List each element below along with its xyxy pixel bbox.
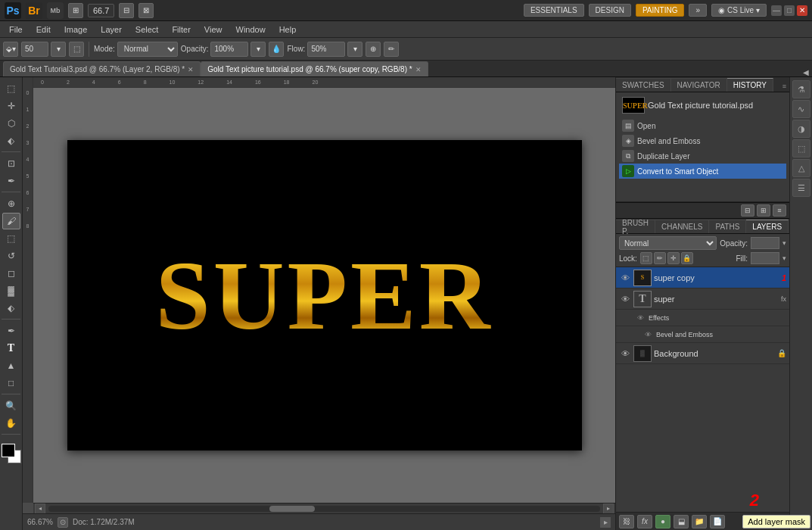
view-btn[interactable]: ⊟ xyxy=(119,3,134,18)
layer-super[interactable]: 👁 T super fx xyxy=(616,288,789,310)
menu-layer[interactable]: Layer xyxy=(95,23,128,36)
layer-super-vis[interactable]: 👁 xyxy=(619,293,631,305)
scroll-left-btn[interactable]: ◂ xyxy=(35,504,45,514)
foreground-color[interactable] xyxy=(2,444,15,457)
menu-image[interactable]: Image xyxy=(58,23,94,36)
maximize-btn[interactable]: □ xyxy=(784,5,795,16)
opacity-chevron[interactable]: ▾ xyxy=(250,42,266,57)
gradient-tool[interactable]: ▓ xyxy=(2,282,20,299)
link-layers-btn[interactable]: ⛓ xyxy=(619,515,634,528)
spot-heal-tool[interactable]: ⊕ xyxy=(2,195,20,212)
history-item-smart[interactable]: ▷ Convert to Smart Object xyxy=(619,164,786,179)
tab1-close[interactable]: ✕ xyxy=(188,66,194,73)
airbrush-btn[interactable]: 💧 xyxy=(269,42,284,57)
bevel-eye[interactable]: 👁 xyxy=(642,329,654,341)
panel-toggle-btn[interactable]: ◀ xyxy=(803,68,809,76)
fill-value-input[interactable]: 100% xyxy=(751,252,779,264)
magic-wand-tool[interactable]: ⬖ xyxy=(2,132,20,149)
opacity-value-input[interactable]: 100% xyxy=(751,237,779,249)
fill-chevron[interactable]: ▾ xyxy=(782,254,786,262)
layer-super-copy[interactable]: 👁 S super copy 1 xyxy=(616,267,789,288)
brush-size-input[interactable] xyxy=(21,42,48,57)
history-brush-tool[interactable]: ↺ xyxy=(2,248,20,264)
menu-window[interactable]: Window xyxy=(230,23,272,36)
menu-filter[interactable]: Filter xyxy=(166,23,196,36)
layer-super-fx[interactable]: fx xyxy=(781,295,786,303)
brush-tool[interactable]: 🖌 xyxy=(2,213,20,229)
color-mixer-btn[interactable]: ⚗ xyxy=(792,80,810,98)
tab-swatches[interactable]: SWATCHES xyxy=(616,78,671,92)
h-scroll-track[interactable] xyxy=(48,506,600,512)
design-btn[interactable]: DESIGN xyxy=(589,4,631,17)
add-mask-btn[interactable]: ● xyxy=(655,515,670,528)
effects-eye[interactable]: 👁 xyxy=(634,312,646,324)
move-tool[interactable]: ✛ xyxy=(2,98,20,114)
scroll-right-btn[interactable]: ▸ xyxy=(603,504,614,514)
flow-pressure-btn[interactable]: ⊕ xyxy=(366,42,381,57)
pen-tool[interactable]: ✒ xyxy=(2,323,20,339)
mb-icon[interactable]: Mb xyxy=(47,2,64,19)
panel-icon-btn3[interactable]: ≡ xyxy=(773,204,786,217)
curves-btn[interactable]: ∿ xyxy=(792,100,810,118)
transform-btn[interactable]: ⬚ xyxy=(792,139,810,157)
more-workspaces-btn[interactable]: » xyxy=(689,4,707,17)
flow-input[interactable] xyxy=(307,42,345,57)
brush-size-chevron[interactable]: ▾ xyxy=(51,42,66,57)
layer-effects[interactable]: 👁 Effects xyxy=(616,310,789,326)
blend-mode-select[interactable]: Normal Multiply Screen xyxy=(619,236,717,250)
lock-position-btn[interactable]: ✛ xyxy=(667,252,680,264)
layout-btn[interactable]: ⊞ xyxy=(68,3,83,18)
document-canvas[interactable]: SUPER xyxy=(67,140,582,450)
add-layer-btn[interactable]: 📄 xyxy=(710,515,725,528)
marquee-tool[interactable]: ⬚ xyxy=(2,80,20,97)
tab-channels[interactable]: CHANNELS xyxy=(655,220,709,233)
history-item-bevel[interactable]: ◈ Bevel and Emboss xyxy=(619,133,786,148)
arrange-btn[interactable]: ⊠ xyxy=(138,3,154,18)
tab-navigator[interactable]: NAVIGATOR xyxy=(671,78,727,92)
flow-chevron[interactable]: ▾ xyxy=(347,42,362,57)
essentials-btn[interactable]: ESSENTIALS xyxy=(524,4,584,17)
opacity-chevron[interactable]: ▾ xyxy=(782,239,786,247)
lock-all-btn[interactable]: 🔒 xyxy=(681,252,693,264)
add-style-btn[interactable]: fx xyxy=(637,515,652,528)
stamp-tool[interactable]: ⬚ xyxy=(2,230,20,247)
close-btn[interactable]: ✕ xyxy=(797,5,807,16)
tab2-close[interactable]: ✕ xyxy=(415,66,422,73)
zoom-tool[interactable]: 🔍 xyxy=(2,398,20,414)
layer-bg-vis[interactable]: 👁 xyxy=(619,348,631,360)
brush-type-btn[interactable]: ⬙▾ xyxy=(3,42,18,57)
menu-help[interactable]: Help xyxy=(273,23,303,36)
menu-edit[interactable]: Edit xyxy=(30,23,57,36)
painting-btn[interactable]: PAINTING xyxy=(636,4,684,17)
toggle-brush-panel[interactable]: ⬚ xyxy=(69,42,84,57)
opacity-input[interactable] xyxy=(210,42,248,57)
misc-btn-more[interactable]: ☰ xyxy=(792,179,810,197)
history-item-open[interactable]: ▤ Open xyxy=(619,118,786,133)
history-item-duplicate[interactable]: ⧉ Duplicate Layer xyxy=(619,148,786,164)
canvas-area[interactable]: 0 1 2 3 4 5 6 7 8 0 2 4 6 8 10 12 xyxy=(23,77,615,503)
status-info-btn[interactable]: ⊙ xyxy=(58,517,68,528)
menu-view[interactable]: View xyxy=(198,23,229,36)
eyedropper-tool[interactable]: ✒ xyxy=(2,173,20,189)
crop-tool[interactable]: ⊡ xyxy=(2,155,20,172)
menu-file[interactable]: File xyxy=(3,23,29,36)
menu-select[interactable]: Select xyxy=(129,23,165,36)
add-adjustment-btn[interactable]: ⬓ xyxy=(674,515,689,528)
panel-icon-btn2[interactable]: ⊞ xyxy=(757,204,770,217)
tablet-btn[interactable]: ✏ xyxy=(384,42,399,57)
tab-brush-panel[interactable]: BRUSH P. xyxy=(616,220,655,233)
scroll-to-end-btn[interactable]: ▸ xyxy=(600,517,611,528)
hand-tool[interactable]: ✋ xyxy=(2,415,20,432)
text-tool[interactable]: T xyxy=(2,340,20,357)
layer-bevel-emboss[interactable]: 👁 Bevel and Emboss xyxy=(616,326,789,343)
lock-transparent-btn[interactable]: ⬚ xyxy=(640,252,652,264)
lock-paint-btn[interactable]: ✏ xyxy=(654,252,666,264)
path-select-tool[interactable]: ▲ xyxy=(2,357,20,374)
add-group-btn[interactable]: 📁 xyxy=(692,515,707,528)
tab-1[interactable]: Gold Text Tutorial3.psd @ 66.7% (Layer 2… xyxy=(3,61,201,76)
top-panel-menu-btn[interactable]: ≡ xyxy=(779,81,789,92)
bridge-icon[interactable]: Br xyxy=(26,2,42,19)
warp-btn[interactable]: △ xyxy=(792,159,810,177)
tab-2[interactable]: Gold Text picture tutorial.psd @ 66.7% (… xyxy=(201,61,428,76)
panel-icon-btn1[interactable]: ⊟ xyxy=(741,204,754,217)
